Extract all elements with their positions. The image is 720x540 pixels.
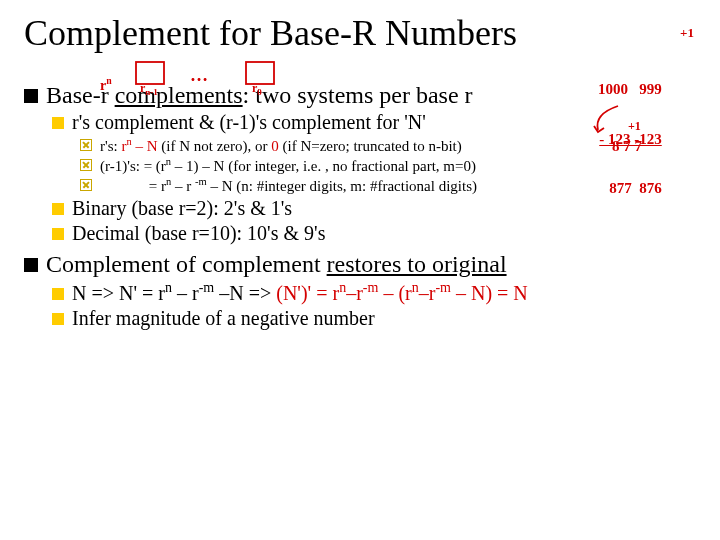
yellow-square-icon (52, 288, 64, 300)
x-box-icon (80, 179, 92, 191)
x-box-icon (80, 139, 92, 151)
square-bullet-icon (24, 258, 38, 272)
x-box-icon (80, 159, 92, 171)
bullet-lvl2-proof: N => N' = rn – r-m –N => (N')' = rn–r-m … (52, 280, 696, 305)
t: 0 (271, 138, 279, 154)
t: N => N' = r (72, 282, 165, 304)
yellow-square-icon (52, 203, 64, 215)
t: -m (195, 176, 207, 187)
t: (N')' = r (276, 282, 339, 304)
t: -m (199, 280, 215, 295)
ann-plus1-top: +1 (680, 26, 694, 40)
bullet-lvl2-decimal: Decimal (base r=10): 10's & 9's (52, 222, 696, 245)
t: – 1) – N (for integer, i.e. , no fractio… (171, 158, 476, 174)
t: (r-1)'s: = (r (100, 158, 166, 174)
t: Infer magnitude of a negative number (72, 307, 696, 330)
t: n (412, 280, 419, 295)
t: n (165, 280, 172, 295)
ann-box-right-label: r0 (252, 82, 262, 98)
ann-plus1-bottom: +1 (628, 120, 641, 133)
ann-877: 8 7 7 (612, 138, 642, 155)
square-bullet-icon (24, 89, 38, 103)
slide-title: Complement for Base-R Numbers (24, 12, 696, 54)
yellow-square-icon (52, 313, 64, 325)
t: –N => (214, 282, 276, 304)
yellow-square-icon (52, 117, 64, 129)
bullet-lvl2-infer: Infer magnitude of a negative number (52, 307, 696, 330)
ann-box-left-label: rn-1 (140, 82, 158, 98)
t: – r (172, 282, 199, 304)
t: – N (132, 138, 158, 154)
t: -m (363, 280, 379, 295)
t: restores to original (327, 251, 507, 277)
t (100, 178, 149, 194)
t: – r (171, 178, 195, 194)
t: (if N=zero; truncated to n-bit) (279, 138, 462, 154)
t: – N (n: #integer digits, m: #fractional … (207, 178, 477, 194)
t: r's: (100, 138, 121, 154)
ann-box-dots: … (190, 66, 208, 86)
bullet-lvl1-restore: Complement of complement restores to ori… (24, 251, 696, 278)
ann-arrow (588, 102, 628, 136)
t: = r (149, 178, 166, 194)
svg-rect-1 (246, 62, 274, 84)
t: – N) = N (451, 282, 528, 304)
yellow-square-icon (52, 228, 64, 240)
t: -m (435, 280, 451, 295)
t: Complement of complement (46, 251, 327, 277)
t: –r (346, 282, 363, 304)
t: –r (419, 282, 436, 304)
t: (if N not zero), or (158, 138, 272, 154)
t: – (r (378, 282, 411, 304)
ann-rn: rn (100, 76, 112, 93)
t: Decimal (base r=10): 10's & 9's (72, 222, 696, 245)
